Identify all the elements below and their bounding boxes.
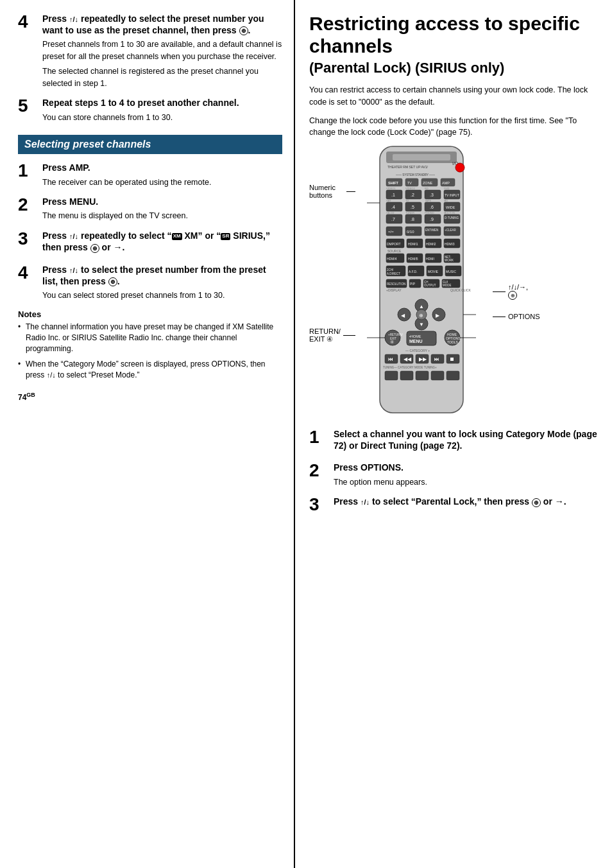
step-4-block: 4 Press ↑/↓ repeatedly to select the pre…: [18, 13, 282, 89]
sub-step-1-heading: Press AMP.: [42, 162, 282, 173]
notes-title: Notes: [18, 309, 282, 319]
svg-text:SAT: SAT: [386, 199, 391, 202]
svg-text:.3: .3: [430, 193, 434, 197]
right-step-3-content: Press ↑/↓ to select “Parental Lock,” the…: [334, 496, 600, 510]
page-number: 74GB: [18, 392, 282, 402]
svg-text:④: ④: [390, 340, 394, 344]
note-item-1: The channel information you have preset …: [18, 322, 282, 355]
svg-text:HDMI1: HDMI1: [408, 242, 418, 246]
sub-step-2-heading: Press MENU.: [42, 196, 282, 207]
sub-step-4-block: 4 Press ↑/↓ to select the preset number …: [18, 264, 282, 302]
sub-step-3-heading: Press ↑/↓ repeatedly to select “XM XM” o…: [42, 230, 282, 253]
svg-text:.1: .1: [391, 193, 395, 197]
step-4-number: 4: [18, 13, 38, 31]
svg-text:SOURCE: SOURCE: [387, 249, 402, 253]
numeric-buttons-label: Numeric buttons: [309, 184, 355, 199]
svg-text:◀: ◀: [401, 313, 405, 318]
svg-text:QUICK CLICK: QUICK CLICK: [450, 288, 472, 292]
svg-text:MOVIE: MOVIE: [428, 270, 439, 273]
sub-step-2-content: Press MENU. The menu is displayed on the…: [42, 196, 282, 222]
svg-text:.8: .8: [411, 217, 414, 221]
svg-text:SA-CD: SA-CD: [386, 211, 395, 214]
remote-left-labels: Numeric buttons RETURN/EXIT ④: [309, 145, 361, 343]
right-step-1-block: 1 Select a channel you want to lock usin…: [309, 428, 600, 454]
note-item-2: When the “Category Mode” screen is displ…: [18, 359, 282, 381]
right-step-3-number: 3: [309, 496, 330, 514]
arrows-label: ↑/↓/→,⊕: [493, 283, 540, 300]
svg-point-5: [455, 163, 464, 172]
sub-step-2-body: The menu is displayed on the TV screen.: [42, 210, 282, 222]
svg-text:TOOLS: TOOLS: [447, 340, 459, 344]
svg-text:+DISPLAY: +DISPLAY: [386, 288, 402, 292]
sub-title: (Parental Lock) (SIRIUS only): [309, 60, 600, 76]
options-label: OPTIONS: [493, 313, 540, 320]
remote-illustration: Numeric buttons RETURN/EXIT ④ THEATER RM…: [309, 145, 600, 417]
svg-text:MODE: MODE: [443, 284, 452, 287]
right-step-2-content: Press OPTIONS. The option menu appears.: [334, 462, 600, 488]
svg-text:▶▶: ▶▶: [419, 356, 427, 362]
svg-text:HDMI2: HDMI2: [426, 242, 436, 246]
svg-text:TV INPUT: TV INPUT: [445, 193, 459, 197]
svg-rect-135: [446, 371, 459, 380]
sub-step-1-content: Press AMP. The receiver can be operated …: [42, 162, 282, 188]
svg-text:.7: .7: [391, 217, 395, 221]
sub-step-4-heading: Press ↑/↓ to select the preset number fr…: [42, 264, 282, 287]
sub-step-3-block: 3 Press ↑/↓ repeatedly to select “XM XM”…: [18, 230, 282, 256]
svg-text:+RETURN/: +RETURN/: [388, 333, 403, 336]
right-step-2-block: 2 Press OPTIONS. The option menu appears…: [309, 462, 600, 488]
svg-text:.5: .5: [411, 205, 414, 209]
svg-text:BD: BD: [425, 187, 429, 190]
sub-step-2-block: 2 Press MENU. The menu is displayed on t…: [18, 196, 282, 222]
section-header-selecting: Selecting preset channels: [18, 135, 282, 154]
svg-text:⏹: ⏹: [450, 356, 455, 362]
svg-text:2CH/: 2CH/: [387, 268, 394, 272]
svg-text:TUNER: TUNER: [405, 211, 414, 214]
svg-rect-132: [400, 371, 413, 380]
svg-rect-133: [416, 371, 429, 380]
svg-text:VIDEO2: VIDEO2: [405, 187, 415, 190]
svg-text:MUSIC: MUSIC: [446, 270, 457, 273]
notes-list: The channel information you have preset …: [18, 322, 282, 381]
svg-text:HDMI: HDMI: [426, 257, 434, 261]
right-step-1-number: 1: [309, 428, 330, 446]
svg-text:=/=: =/=: [388, 230, 394, 234]
svg-text:A.DIRECT: A.DIRECT: [387, 272, 400, 275]
svg-rect-2: [393, 154, 450, 161]
sub-step-1-block: 1 Press AMP. The receiver can be operate…: [18, 162, 282, 188]
svg-text:.4: .4: [391, 205, 395, 209]
svg-text:.2: .2: [411, 193, 414, 197]
svg-text:D-TUNING: D-TUNING: [445, 216, 459, 220]
step-5-body: You can store channels from 1 to 30.: [42, 112, 282, 124]
svg-text:HDMI3: HDMI3: [445, 242, 455, 246]
svg-text:PHONO: PHONO: [425, 211, 434, 214]
step-5-content: Repeat steps 1 to 4 to preset another ch…: [42, 97, 282, 123]
intro-text-1: You can restrict access to certain chann…: [309, 84, 600, 108]
svg-text:VIDEO1: VIDEO1: [386, 187, 396, 190]
sub-step-4-content: Press ↑/↓ to select the preset number fr…: [42, 264, 282, 302]
svg-text:▶: ▶: [436, 313, 440, 318]
svg-text:SHIFT: SHIFT: [388, 181, 399, 185]
sub-step-1-body: The receiver can be operated using the r…: [42, 177, 282, 189]
svg-text:⊕: ⊕: [419, 313, 423, 318]
svg-text:DMPORT: DMPORT: [387, 242, 401, 246]
svg-text:▲: ▲: [419, 304, 424, 309]
right-step-1-content: Select a channel you want to lock using …: [334, 428, 600, 454]
right-column: Restricting access to specific channels …: [295, 0, 612, 868]
svg-text:ZONE: ZONE: [423, 181, 433, 185]
right-step-3-block: 3 Press ↑/↓ to select “Parental Lock,” t…: [309, 496, 600, 514]
svg-text:◀◀: ◀◀: [404, 356, 412, 362]
svg-text:— CATEGORY +: — CATEGORY +: [405, 349, 430, 352]
step-5-block: 5 Repeat steps 1 to 4 to preset another …: [18, 97, 282, 123]
svg-text:•HOME: •HOME: [409, 334, 421, 338]
sub-step-2-number: 2: [18, 196, 38, 214]
svg-text:MULTI IN: MULTI IN: [444, 211, 455, 214]
svg-text:A.F.D.: A.F.D.: [409, 270, 418, 273]
svg-text:TAPE: TAPE: [425, 199, 431, 202]
right-step-2-body: The option menu appears.: [334, 476, 600, 489]
right-step-2-number: 2: [309, 462, 330, 480]
svg-text:.6: .6: [430, 205, 434, 209]
svg-text:AMP: AMP: [442, 181, 450, 185]
svg-text:0/10: 0/10: [407, 230, 414, 234]
return-exit-label: RETURN/EXIT ④: [309, 327, 355, 343]
svg-rect-134: [431, 371, 444, 380]
